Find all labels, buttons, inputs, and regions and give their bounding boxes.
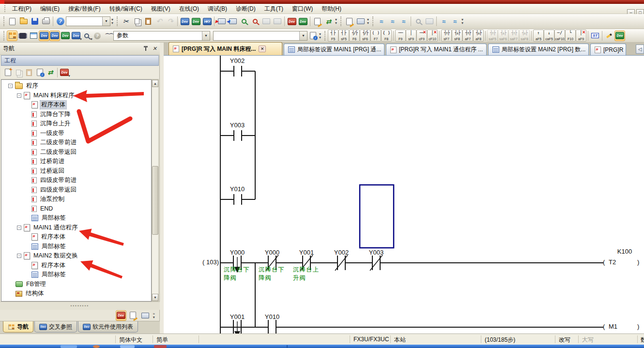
tree-item-end[interactable]: END [1, 204, 151, 214]
filter-button[interactable] [116, 310, 126, 321]
tree-item-subroutine[interactable]: 四级皮带返回 [1, 185, 151, 195]
data-property-button[interactable] [34, 67, 45, 78]
tab-scroll-left-button[interactable] [636, 45, 644, 54]
scrollbar-thumb[interactable] [152, 166, 158, 235]
bottom-tab-navigation[interactable]: 导航 [3, 321, 33, 333]
scaling-button[interactable] [413, 16, 424, 27]
sampling-trace-setting-button[interactable] [387, 16, 398, 27]
tree-scrollbar[interactable]: ▲ ▼ [152, 79, 159, 302]
chevron-down-icon[interactable] [102, 17, 110, 26]
menu-item-convert-compile[interactable]: 转换/编译(C) [105, 4, 147, 14]
tree-item-subroutine[interactable]: 过桥前进 [1, 157, 151, 166]
collapse-icon[interactable] [17, 254, 21, 258]
open-contact-button[interactable]: F5 [328, 30, 338, 42]
tree-item-local-label[interactable]: 局部标签 [1, 242, 151, 252]
read-mode-toggle[interactable] [614, 30, 625, 41]
redo-button[interactable] [165, 16, 176, 27]
toolbar-grip[interactable] [324, 31, 325, 41]
close-icon[interactable]: ✕ [259, 45, 266, 52]
delete-horizontal-line-button[interactable]: cF9 [416, 30, 427, 42]
rising-pulse-close-button[interactable]: saF5 [487, 30, 498, 42]
bottom-tab-device-use-list[interactable]: 软元件使用列表 [78, 321, 138, 333]
falling-pulse-button[interactable]: sF8 [452, 30, 462, 42]
device-tree-view-toggle[interactable] [60, 30, 71, 41]
quick-access-combobox[interactable] [66, 16, 110, 26]
print-button[interactable] [40, 16, 51, 27]
tab-main1-local-label[interactable]: 局部标签设置 MAIN1 [PRG] 通... [284, 44, 384, 55]
device-display-menu[interactable] [71, 30, 81, 41]
collapse-icon[interactable] [17, 226, 21, 230]
copy-button[interactable] [131, 16, 142, 27]
device-search-menu[interactable] [81, 30, 92, 41]
cut-button[interactable] [120, 16, 131, 27]
collapse-icon[interactable] [17, 93, 21, 98]
toolbar-overflow-icon[interactable]: ▾▾ [335, 18, 337, 25]
menu-item-project[interactable]: 工程(P) [8, 4, 36, 14]
new-data-button[interactable] [2, 67, 13, 78]
monitor-stop-button[interactable] [249, 16, 261, 27]
menu-item-debug[interactable]: 调试(B) [203, 4, 231, 14]
tab-clipped[interactable]: [PRG]R [590, 44, 626, 55]
parameter-check-button[interactable] [312, 16, 323, 27]
windows-taskbar[interactable] [0, 345, 644, 348]
toolbar-overflow-icon[interactable]: ▾▾ [111, 18, 113, 25]
tree-item-subroutine[interactable]: 沉降台下降 [1, 110, 151, 120]
monitor-window-button[interactable] [355, 16, 366, 27]
output-window-toggle[interactable] [28, 30, 39, 41]
write-to-plc-button[interactable] [216, 16, 227, 27]
refresh-button[interactable] [45, 67, 56, 78]
trend-graph-button[interactable] [398, 16, 409, 27]
vertical-line-button[interactable]: sF9 [406, 30, 416, 42]
invert-operation-button[interactable]: caF10 [554, 30, 565, 42]
graph-setting-button[interactable] [449, 16, 460, 27]
navigation-window-toggle[interactable] [7, 30, 17, 41]
tree-item-subroutine[interactable]: 二级皮带前进 [1, 138, 151, 148]
taskbar-item[interactable] [120, 345, 135, 348]
edit-ladder-button[interactable] [604, 30, 614, 41]
delete-line-button[interactable]: aF9 [576, 30, 586, 42]
delete-vertical-line-button[interactable]: cF10 [427, 30, 438, 42]
device-memory-button[interactable] [201, 16, 213, 27]
menu-item-window[interactable]: 窗口(W) [288, 4, 317, 14]
tree-item-structure[interactable]: 结构体 [1, 289, 151, 299]
tree-item-program-body[interactable]: 程序本体 [1, 100, 151, 110]
tree-item-subroutine[interactable]: 沉降台上升 [1, 119, 151, 129]
read-from-plc-button[interactable] [227, 16, 238, 27]
toolbar-overflow-icon[interactable]: ▾▾ [461, 18, 463, 25]
monitor-read-button[interactable] [272, 16, 283, 27]
chevron-down-icon[interactable] [299, 31, 307, 40]
menu-item-online[interactable]: 在线(O) [175, 4, 203, 14]
monitor-write-button[interactable] [261, 16, 272, 27]
or-falling-pulse-button[interactable]: aF8 [473, 30, 484, 42]
close-icon[interactable]: ✕ [153, 46, 157, 51]
tree-item-subroutine[interactable]: 油泵控制 [1, 195, 151, 204]
toolbar-overflow-icon[interactable]: ▾▾ [319, 32, 321, 39]
tab-main1-program[interactable]: [PRG]R 写入 MAIN1 通信程序 ... [386, 44, 487, 55]
find-scope-combobox[interactable]: 参数 [113, 31, 210, 41]
device-grid-view-toggle[interactable] [49, 30, 60, 41]
help-button[interactable] [55, 16, 66, 27]
tree-item-main1-program[interactable]: MAIN1 通信程序 [1, 223, 151, 233]
menu-item-view[interactable]: 视图(V) [147, 4, 175, 14]
help-small-button[interactable] [92, 30, 103, 41]
device-comment-view-toggle[interactable] [39, 30, 49, 41]
tree-item-subroutine[interactable]: 四级皮带前进 [1, 176, 151, 185]
monitor-start-button[interactable] [238, 16, 249, 27]
scroll-up-icon[interactable]: ▲ [152, 80, 158, 87]
toolbar-grip[interactable] [372, 16, 373, 26]
toolbar-grip[interactable] [3, 16, 4, 26]
open-project-button[interactable] [18, 16, 29, 27]
sort-button[interactable] [128, 310, 138, 321]
menu-item-edit[interactable]: 编辑(E) [36, 4, 64, 14]
graph-button[interactable] [438, 16, 449, 27]
tab-main2-local-label[interactable]: 局部标签设置 MAIN2 [PRG] 数... [488, 44, 589, 55]
toolbar-overflow-icon[interactable]: ▾▾ [367, 18, 369, 25]
project-tree[interactable]: 程序 MAIN 料床程序 程序本体 沉降台下降 沉降台上升 一级皮带 二级皮带前… [1, 79, 152, 302]
sort-menu-button[interactable] [59, 67, 70, 78]
find-in-page-button[interactable] [307, 30, 318, 41]
taskbar-item[interactable] [61, 345, 77, 348]
toolbar-grip[interactable] [340, 16, 341, 26]
tree-item-main2-program[interactable]: MAIN2 数据交换 [1, 251, 151, 261]
panel-splitter[interactable]: ▪▪▪▪▪▪▪▪ [0, 302, 160, 310]
closed-contact-button[interactable]: F6 [349, 30, 360, 42]
